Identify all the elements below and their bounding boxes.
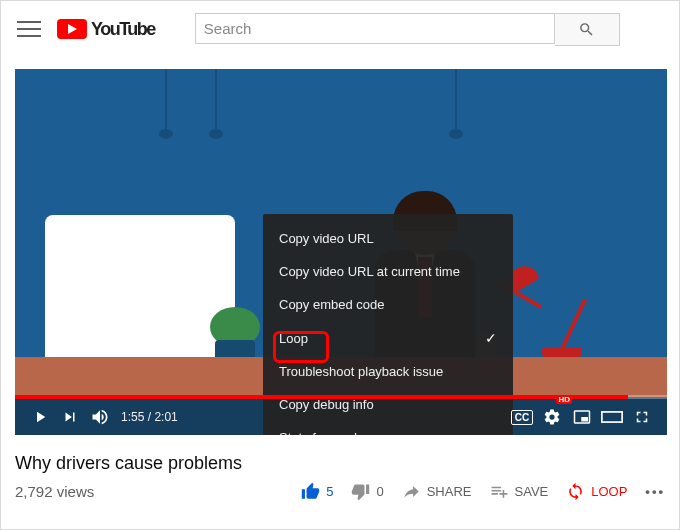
volume-button[interactable] <box>85 399 115 435</box>
dislike-count: 0 <box>376 484 383 499</box>
youtube-logo[interactable]: YouTube <box>57 19 155 40</box>
search-icon <box>578 21 595 38</box>
theater-button[interactable] <box>597 399 627 435</box>
volume-icon <box>90 407 110 427</box>
video-title: Why drivers cause problems <box>15 453 665 474</box>
playlist-add-icon <box>490 482 509 501</box>
video-metadata: Why drivers cause problems 2,792 views 5… <box>1 435 679 501</box>
ctx-troubleshoot[interactable]: Troubleshoot playback issue <box>263 355 513 388</box>
search-input[interactable] <box>195 13 555 44</box>
gear-icon <box>543 408 561 426</box>
more-button[interactable]: ••• <box>645 484 665 499</box>
header: YouTube <box>1 1 679 57</box>
share-icon <box>402 482 421 501</box>
loop-icon <box>566 482 585 501</box>
theater-icon <box>601 408 623 426</box>
time-display: 1:55 / 2:01 <box>121 410 178 424</box>
app-frame: YouTube Copy video URL Copy video URL at… <box>0 0 680 530</box>
check-icon: ✓ <box>485 330 497 346</box>
save-label: SAVE <box>515 484 549 499</box>
next-button[interactable] <box>55 399 85 435</box>
save-button[interactable]: SAVE <box>490 482 549 501</box>
ctx-copy-url[interactable]: Copy video URL <box>263 222 513 255</box>
action-bar: 5 0 SHARE SAVE LOOP ••• <box>301 482 665 501</box>
logo-text: YouTube <box>91 19 155 40</box>
hd-badge: HD <box>556 395 572 404</box>
video-player[interactable]: Copy video URL Copy video URL at current… <box>15 69 667 435</box>
cc-button[interactable]: CC <box>507 399 537 435</box>
content-area: Copy video URL Copy video URL at current… <box>1 57 679 435</box>
share-label: SHARE <box>427 484 472 499</box>
play-icon <box>31 408 49 426</box>
dislike-button[interactable]: 0 <box>351 482 383 501</box>
search-form <box>195 13 620 46</box>
more-icon: ••• <box>645 484 665 499</box>
like-count: 5 <box>326 484 333 499</box>
loop-button[interactable]: LOOP <box>566 482 627 501</box>
fullscreen-icon <box>633 408 651 426</box>
menu-icon[interactable] <box>17 17 41 41</box>
ctx-copy-url-time[interactable]: Copy video URL at current time <box>263 255 513 288</box>
svg-rect-0 <box>602 412 622 422</box>
ctx-loop[interactable]: Loop✓ <box>263 321 513 355</box>
settings-button[interactable]: HD <box>537 399 567 435</box>
youtube-play-icon <box>57 19 87 39</box>
ctx-copy-embed[interactable]: Copy embed code <box>263 288 513 321</box>
thumb-down-icon <box>351 482 370 501</box>
loop-label: LOOP <box>591 484 627 499</box>
share-button[interactable]: SHARE <box>402 482 472 501</box>
next-icon <box>61 408 79 426</box>
miniplayer-icon <box>573 408 591 426</box>
play-button[interactable] <box>25 399 55 435</box>
search-button[interactable] <box>555 13 620 46</box>
like-button[interactable]: 5 <box>301 482 333 501</box>
fullscreen-button[interactable] <box>627 399 657 435</box>
player-controls: 1:55 / 2:01 CC HD <box>15 399 667 435</box>
cc-icon: CC <box>511 410 533 425</box>
view-count: 2,792 views <box>15 483 94 500</box>
thumb-up-icon <box>301 482 320 501</box>
miniplayer-button[interactable] <box>567 399 597 435</box>
